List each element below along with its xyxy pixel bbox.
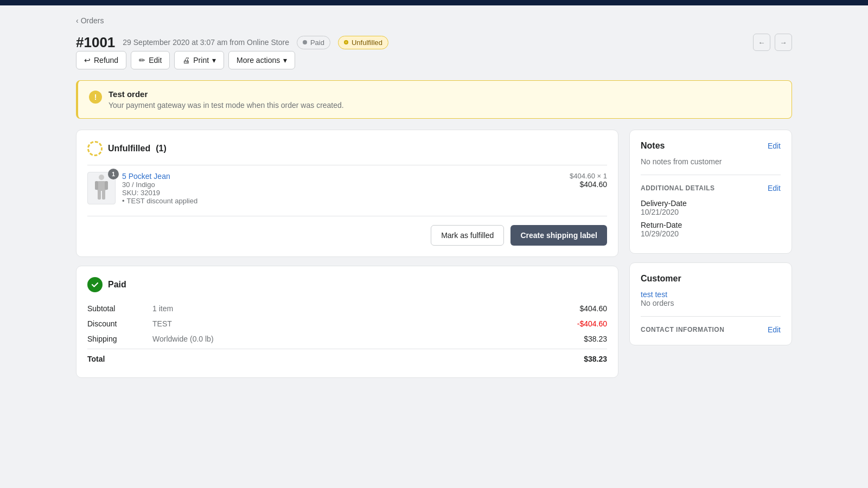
- notes-card: Notes Edit No notes from customer ADDITI…: [629, 130, 792, 254]
- svg-rect-5: [102, 190, 105, 200]
- notes-header: Notes Edit: [641, 141, 781, 151]
- product-image-wrapper: 1: [87, 172, 116, 204]
- contact-header: CONTACT INFORMATION Edit: [641, 316, 781, 334]
- paid-card: Paid Subtotal 1 item $404.60 Discount TE…: [76, 266, 618, 378]
- price-formula: $404.60 × 1: [570, 172, 607, 180]
- return-date-value: 10/29/2020: [641, 229, 781, 238]
- delivery-date-label: Delivery-Date: [641, 199, 781, 208]
- orders-link[interactable]: ‹ Orders: [76, 16, 104, 25]
- additional-details-header: ADDITIONAL DETAILS Edit: [641, 184, 781, 192]
- notes-edit-link[interactable]: Edit: [768, 142, 781, 150]
- breadcrumb-label: Orders: [81, 16, 104, 25]
- no-notes-text: No notes from customer: [641, 157, 781, 166]
- customer-no-orders: No orders: [641, 299, 781, 307]
- customer-title: Customer: [641, 274, 781, 284]
- prev-order-button[interactable]: ←: [753, 34, 770, 51]
- unfulfilled-status-icon: [87, 141, 103, 156]
- paid-dot-icon: [303, 40, 307, 44]
- financials-divider: [87, 349, 607, 349]
- return-date-label: Return-Date: [641, 221, 781, 229]
- warning-icon: !: [89, 91, 102, 104]
- contact-edit-link[interactable]: Edit: [768, 325, 781, 334]
- order-meta: 29 September 2020 at 3:07 am from Online…: [123, 38, 289, 47]
- top-bar: [0, 0, 868, 5]
- breadcrumb: ‹ Orders: [76, 16, 792, 25]
- page-header: #1001 29 September 2020 at 3:07 am from …: [76, 34, 792, 51]
- alert-description: Your payment gateway was in test mode wh…: [108, 101, 344, 110]
- contact-title: CONTACT INFORMATION: [641, 326, 724, 333]
- nav-arrows: ← →: [753, 34, 792, 51]
- product-variant: 30 / Indigo: [122, 181, 563, 189]
- price-total: $404.60: [570, 180, 607, 189]
- product-discount: • TEST discount applied: [122, 197, 563, 205]
- paid-section-title: Paid: [87, 277, 607, 292]
- product-details: 5 Pocket Jean 30 / Indigo SKU: 32019 • T…: [122, 172, 563, 205]
- additional-details-title: ADDITIONAL DETAILS: [641, 184, 715, 192]
- customer-name-link[interactable]: test test: [641, 290, 781, 299]
- notes-title: Notes: [641, 141, 665, 151]
- product-row: 1 5 Pocket Jean 30 / Indigo SKU: 32019 •…: [87, 165, 607, 211]
- action-bar: ↩ Refund ✏ Edit 🖨 Print ▾ More actions ▾: [76, 51, 792, 69]
- product-pricing: $404.60 × 1 $404.60: [570, 172, 607, 189]
- financials-row-discount: Discount TEST -$404.60: [87, 316, 607, 331]
- next-order-button[interactable]: →: [775, 34, 792, 51]
- print-chevron-icon: ▾: [212, 56, 216, 65]
- svg-rect-4: [98, 190, 101, 200]
- svg-rect-3: [105, 181, 108, 190]
- print-button[interactable]: 🖨 Print ▾: [174, 51, 224, 69]
- main-content: Unfulfilled (1): [76, 130, 792, 378]
- financials-table: Subtotal 1 item $404.60 Discount TEST -$…: [87, 301, 607, 367]
- create-shipping-button[interactable]: Create shipping label: [510, 225, 607, 246]
- checkmark-icon: [91, 280, 99, 289]
- edit-button[interactable]: ✏ Edit: [131, 51, 170, 69]
- alert-title: Test order: [108, 89, 344, 99]
- unfulfilled-card: Unfulfilled (1): [76, 130, 618, 257]
- product-name-link[interactable]: 5 Pocket Jean: [122, 172, 563, 181]
- more-actions-chevron-icon: ▾: [283, 56, 287, 65]
- svg-point-0: [99, 175, 104, 180]
- additional-details-section: ADDITIONAL DETAILS Edit Delivery-Date 10…: [641, 175, 781, 238]
- mannequin-icon: [91, 174, 112, 202]
- paid-status-icon: [87, 277, 103, 292]
- main-left: Unfulfilled (1): [76, 130, 618, 378]
- product-sku: SKU: 32019: [122, 189, 563, 197]
- main-right: Notes Edit No notes from customer ADDITI…: [629, 130, 792, 345]
- test-order-banner: ! Test order Your payment gateway was in…: [76, 80, 792, 119]
- unfulfilled-dot-icon: [344, 40, 348, 44]
- refund-icon: ↩: [84, 56, 91, 65]
- more-actions-button[interactable]: More actions ▾: [228, 51, 295, 69]
- card-actions: Mark as fulfilled Create shipping label: [87, 216, 607, 246]
- customer-card: Customer test test No orders CONTACT INF…: [629, 262, 792, 345]
- financials-row-shipping: Shipping Worldwide (0.0 lb) $38.23: [87, 331, 607, 346]
- paid-badge: Paid: [297, 36, 330, 49]
- chevron-left-icon: ‹: [76, 16, 79, 25]
- edit-icon: ✏: [139, 56, 145, 65]
- svg-rect-1: [97, 181, 106, 191]
- mark-fulfilled-button[interactable]: Mark as fulfilled: [431, 225, 504, 246]
- unfulfilled-badge: Unfulfilled: [338, 36, 388, 49]
- alert-content: Test order Your payment gateway was in t…: [108, 89, 344, 110]
- product-qty-badge: 1: [108, 169, 119, 179]
- delivery-date-value: 10/21/2020: [641, 208, 781, 216]
- refund-button[interactable]: ↩ Refund: [76, 51, 126, 69]
- svg-rect-2: [95, 181, 98, 190]
- page-title: #1001: [76, 34, 115, 51]
- additional-details-edit-link[interactable]: Edit: [768, 184, 781, 192]
- print-icon: 🖨: [182, 56, 190, 65]
- financials-row-total: Total $38.23: [87, 351, 607, 367]
- unfulfilled-section-title: Unfulfilled (1): [87, 141, 607, 156]
- financials-row-subtotal: Subtotal 1 item $404.60: [87, 301, 607, 316]
- bullet-icon: •: [122, 197, 125, 205]
